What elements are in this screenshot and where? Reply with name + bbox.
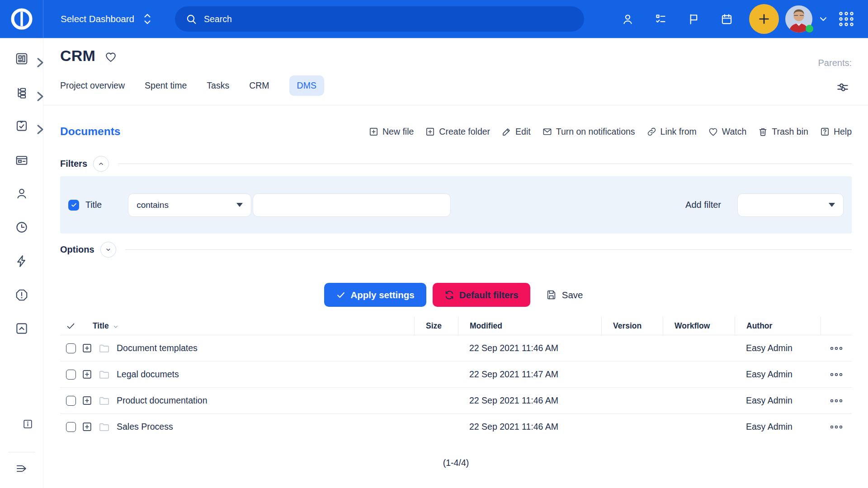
plus-square-icon <box>368 127 379 137</box>
tab-tasks[interactable]: Tasks <box>207 75 229 96</box>
edit-button[interactable]: Edit <box>501 127 531 137</box>
expand-plus-icon[interactable] <box>81 369 93 380</box>
expand-plus-icon[interactable] <box>81 343 93 354</box>
add-filter-select[interactable] <box>737 193 844 217</box>
person-icon[interactable] <box>622 13 634 25</box>
link-from-label: Link from <box>660 127 697 137</box>
favorite-heart-icon[interactable] <box>104 51 117 63</box>
app-logo[interactable] <box>0 0 43 38</box>
select-caret-icon <box>829 203 835 207</box>
column-header-size[interactable]: Size <box>414 317 458 335</box>
sidebar-item-dashboard[interactable] <box>0 52 43 66</box>
options-rule <box>125 249 852 250</box>
document-title-link[interactable]: Sales Process <box>117 422 173 432</box>
watch-label: Watch <box>722 127 747 137</box>
tab-spent-time[interactable]: Spent time <box>145 75 187 96</box>
tab-crm[interactable]: CRM <box>249 75 269 96</box>
column-header-workflow[interactable]: Workflow <box>663 317 735 335</box>
dashboard-selector[interactable]: Select Dashboard <box>61 13 152 25</box>
notifications-button[interactable]: Turn on notifications <box>542 127 635 137</box>
quick-add-button[interactable] <box>749 4 779 34</box>
column-version-label: Version <box>613 321 642 331</box>
help-button[interactable]: Help <box>820 127 852 137</box>
column-header-title[interactable]: Title <box>81 317 414 335</box>
help-label: Help <box>834 127 852 137</box>
title-filter-checkbox[interactable] <box>68 200 79 211</box>
row-menu-ellipsis-icon[interactable] <box>830 425 843 429</box>
trash-icon <box>758 127 768 137</box>
sidebar-item-projects[interactable] <box>0 86 43 99</box>
operator-value: contains <box>137 200 169 210</box>
default-filters-button[interactable]: Default filters <box>433 283 530 307</box>
apps-grid-icon[interactable] <box>837 10 855 28</box>
chevron-right-icon <box>33 56 39 62</box>
sidebar-item-alerts[interactable] <box>0 288 43 302</box>
trash-bin-button[interactable]: Trash bin <box>758 127 808 137</box>
select-all-header[interactable] <box>60 317 81 335</box>
column-header-version[interactable]: Version <box>601 317 663 335</box>
create-folder-button[interactable]: Create folder <box>425 127 490 137</box>
chevrons-updown-icon <box>142 13 152 25</box>
options-expand-button[interactable] <box>100 242 116 258</box>
sidebar-item-info[interactable] <box>6 418 49 430</box>
status-online-dot <box>806 25 813 33</box>
edit-label: Edit <box>515 127 531 137</box>
document-title-link[interactable]: Document templates <box>117 343 198 353</box>
check-icon <box>336 290 346 300</box>
tab-dms[interactable]: DMS <box>289 75 324 96</box>
sidebar-item-tasks[interactable] <box>0 119 43 132</box>
link-from-button[interactable]: Link from <box>646 127 697 137</box>
page-header: CRM Parents: Project overview Spent time… <box>43 38 868 96</box>
row-menu-ellipsis-icon[interactable] <box>830 372 843 377</box>
row-checkbox[interactable] <box>66 396 76 406</box>
row-menu-ellipsis-icon[interactable] <box>830 346 843 351</box>
sidebar-item-users[interactable] <box>0 187 43 200</box>
calendar-icon[interactable] <box>721 13 733 25</box>
notifications-label: Turn on notifications <box>556 127 635 137</box>
user-avatar[interactable] <box>785 5 813 33</box>
search-input[interactable] <box>204 14 573 24</box>
filters-header: Filters <box>43 156 868 172</box>
sidebar-item-quick-actions[interactable] <box>0 254 43 268</box>
cell-modified: 22 Sep 2021 11:46 AM <box>458 422 601 432</box>
parents-settings-sliders-icon[interactable] <box>836 80 849 94</box>
pagination-label: (1-4/4) <box>60 458 852 468</box>
avatar-chevron-down-icon[interactable] <box>818 14 828 24</box>
flag-icon[interactable] <box>688 13 700 25</box>
filters-collapse-button[interactable] <box>93 156 109 172</box>
documents-header: Documents New file Create folder <box>43 125 868 138</box>
column-workflow-label: Workflow <box>675 321 710 331</box>
sidebar-item-upgrade[interactable] <box>0 322 43 335</box>
column-header-modified[interactable]: Modified <box>458 317 601 335</box>
row-menu-ellipsis-icon[interactable] <box>830 399 843 403</box>
sidebar-item-time[interactable] <box>0 221 43 234</box>
table-row: Product documentation 22 Sep 2021 11:46 … <box>60 387 852 413</box>
apply-settings-button[interactable]: Apply settings <box>324 283 426 307</box>
expand-plus-icon[interactable] <box>81 395 93 406</box>
document-title-link[interactable]: Product documentation <box>117 395 208 406</box>
new-file-button[interactable]: New file <box>368 127 414 137</box>
clock-icon <box>15 221 28 234</box>
checklist-icon[interactable] <box>655 13 667 25</box>
document-title-link[interactable]: Legal documets <box>117 369 179 380</box>
save-button[interactable]: Save <box>541 283 588 307</box>
table-row: Document templates 22 Sep 2021 11:46 AM … <box>60 335 852 361</box>
folder-icon <box>98 421 110 433</box>
tab-project-overview[interactable]: Project overview <box>60 75 125 96</box>
global-search[interactable] <box>175 6 584 32</box>
operator-select[interactable]: contains <box>128 193 251 217</box>
row-checkbox[interactable] <box>66 343 76 353</box>
dashboard-selector-label: Select Dashboard <box>61 14 134 24</box>
row-checkbox[interactable] <box>66 370 76 380</box>
filter-value-input[interactable] <box>253 193 451 217</box>
header-divider <box>43 105 868 105</box>
sidebar-item-modules[interactable] <box>0 154 43 167</box>
sidebar-collapse-menu[interactable] <box>0 462 43 475</box>
add-filter-label: Add filter <box>685 200 721 210</box>
watch-button[interactable]: Watch <box>708 127 747 137</box>
page-title: CRM <box>60 47 95 65</box>
expand-plus-icon[interactable] <box>81 421 93 432</box>
column-header-author[interactable]: Author <box>735 317 821 335</box>
row-checkbox[interactable] <box>66 422 76 432</box>
select-caret-icon <box>236 203 243 207</box>
